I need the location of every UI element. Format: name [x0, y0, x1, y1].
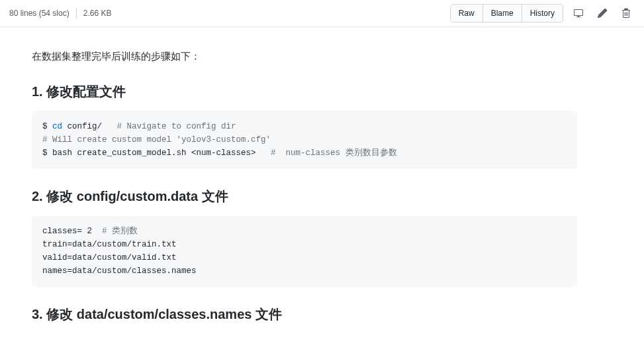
- file-actions: Raw Blame History: [450, 4, 635, 23]
- code-text: classes= 2: [42, 227, 102, 236]
- file-header: 80 lines (54 sloc) 2.66 KB Raw Blame His…: [0, 0, 644, 27]
- code-text: config/: [62, 122, 117, 131]
- trash-icon[interactable]: [618, 5, 635, 22]
- desktop-icon[interactable]: [570, 5, 587, 22]
- code-block-1: $ cd config/ # Navigate to config dir # …: [32, 111, 577, 169]
- code-comment: # Navigate to config dir: [117, 122, 236, 131]
- button-group: Raw Blame History: [450, 4, 563, 23]
- code-text: train=data/custom/train.txt: [42, 240, 177, 249]
- divider: [76, 8, 77, 19]
- history-button[interactable]: History: [522, 5, 563, 22]
- readme-body: 在数据集整理完毕后训练的步骤如下： 1. 修改配置文件 $ cd config/…: [0, 27, 609, 338]
- section-3-heading: 3. 修改 data/custom/classes.names 文件: [32, 306, 577, 323]
- section-1-heading: 1. 修改配置文件: [32, 83, 577, 100]
- intro-paragraph: 在数据集整理完毕后训练的步骤如下：: [32, 48, 577, 64]
- lines-count: 80 lines (54 sloc): [9, 9, 69, 18]
- pencil-icon[interactable]: [594, 5, 611, 22]
- code-comment: # num-classes 类别数目参数: [271, 148, 397, 158]
- code-text: valid=data/custom/valid.txt: [42, 253, 177, 262]
- code-text: $ bash create_custom_model.sh <num-class…: [42, 148, 271, 158]
- code-comment: # Will create custom model 'yolov3-custo…: [42, 135, 271, 144]
- section-2-heading: 2. 修改 config/custom.data 文件: [32, 188, 577, 205]
- code-block-2: classes= 2 # 类别数 train=data/custom/train…: [32, 215, 577, 287]
- code-comment: # 类别数: [102, 227, 138, 236]
- code-text: $: [42, 122, 52, 131]
- blame-button[interactable]: Blame: [483, 5, 522, 22]
- file-info: 80 lines (54 sloc) 2.66 KB: [9, 8, 111, 19]
- code-text: names=data/custom/classes.names: [42, 266, 197, 276]
- file-size: 2.66 KB: [83, 9, 112, 18]
- code-keyword: cd: [52, 122, 62, 131]
- raw-button[interactable]: Raw: [451, 5, 483, 22]
